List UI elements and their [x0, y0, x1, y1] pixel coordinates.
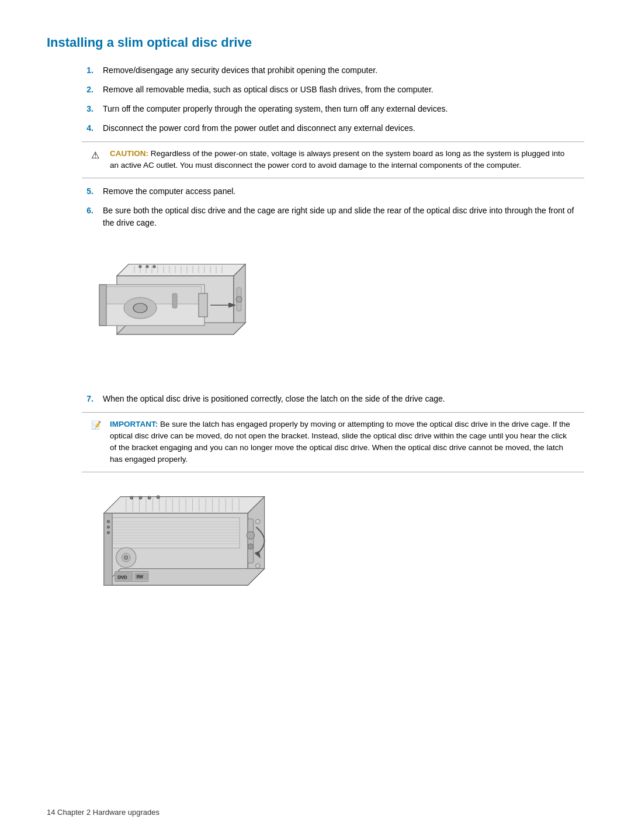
svg-point-56 — [139, 496, 142, 499]
svg-text:DVD: DVD — [118, 574, 128, 579]
svg-point-58 — [157, 496, 160, 499]
important-content: IMPORTANT: Be sure the latch has engaged… — [110, 419, 575, 466]
svg-point-29 — [153, 265, 155, 268]
svg-point-82 — [247, 531, 254, 539]
step-2: 2. Remove all removable media, such as o… — [82, 84, 584, 96]
svg-point-27 — [139, 265, 141, 268]
step-4: 4. Disconnect the power cord from the po… — [82, 122, 584, 134]
svg-rect-26 — [99, 285, 106, 326]
drive-image-2: DVD RW — [82, 484, 292, 648]
step-7-list: 7. When the optical disc drive is positi… — [82, 393, 584, 405]
svg-rect-24 — [172, 293, 177, 308]
footer: 14 Chapter 2 Hardware upgrades — [47, 808, 160, 817]
svg-rect-81 — [248, 518, 253, 563]
step-3-text: Turn off the computer properly through t… — [103, 103, 584, 115]
step-4-text: Disconnect the power cord from the power… — [103, 122, 584, 134]
svg-point-78 — [108, 520, 110, 523]
svg-point-55 — [130, 496, 133, 499]
drive-image-2-container: DVD RW — [82, 484, 584, 648]
svg-point-83 — [248, 544, 253, 549]
step-4-num: 4. — [82, 122, 93, 134]
caution-icon: ⚠ — [91, 148, 104, 172]
svg-point-85 — [255, 519, 260, 524]
caution-label: CAUTION: — [110, 149, 148, 158]
step-2-num: 2. — [82, 84, 93, 96]
step-1-text: Remove/disengage any security devices th… — [103, 64, 584, 77]
caution-content: CAUTION: Regardless of the power-on stat… — [110, 148, 575, 172]
svg-point-57 — [148, 496, 151, 499]
step-3: 3. Turn off the computer properly throug… — [82, 103, 584, 115]
svg-point-28 — [146, 265, 148, 268]
svg-text:RW: RW — [137, 574, 144, 578]
caution-text: Regardless of the power-on state, voltag… — [110, 149, 564, 170]
steps-after-caution: 5. Remove the computer access panel. 6. … — [82, 185, 584, 229]
step-1: 1. Remove/disengage any security devices… — [82, 64, 584, 77]
svg-point-86 — [255, 564, 260, 568]
svg-point-79 — [108, 526, 110, 528]
step-6-num: 6. — [82, 205, 93, 229]
step-1-num: 1. — [82, 64, 93, 77]
steps-list: 1. Remove/disengage any security devices… — [82, 64, 584, 134]
drive-image-1-container — [82, 241, 584, 381]
step-7-text: When the optical disc drive is positione… — [103, 393, 584, 405]
step-5-text: Remove the computer access panel. — [103, 185, 584, 198]
step-7: 7. When the optical disc drive is positi… — [82, 393, 584, 405]
svg-rect-69 — [104, 513, 112, 585]
important-icon: 📝 — [91, 419, 104, 466]
step-7-num: 7. — [82, 393, 93, 405]
step-6: 6. Be sure both the optical disc drive a… — [82, 205, 584, 229]
svg-point-80 — [108, 531, 110, 534]
svg-point-23 — [133, 303, 147, 313]
step-3-num: 3. — [82, 103, 93, 115]
svg-marker-33 — [104, 496, 265, 513]
important-label: IMPORTANT: — [110, 420, 158, 428]
drive-image-1 — [82, 241, 269, 381]
caution-box: ⚠ CAUTION: Regardless of the power-on st… — [82, 141, 584, 178]
step-5: 5. Remove the computer access panel. — [82, 185, 584, 198]
step-6-text: Be sure both the optical disc drive and … — [103, 205, 584, 229]
step-5-num: 5. — [82, 185, 93, 198]
step-2-text: Remove all removable media, such as opti… — [103, 84, 584, 96]
svg-point-32 — [236, 296, 242, 302]
page-title: Installing a slim optical disc drive — [47, 35, 584, 50]
important-text: Be sure the latch has engaged properly b… — [110, 420, 570, 464]
svg-rect-25 — [199, 293, 207, 317]
important-box: 📝 IMPORTANT: Be sure the latch has engag… — [82, 412, 584, 472]
svg-point-77 — [124, 555, 128, 559]
